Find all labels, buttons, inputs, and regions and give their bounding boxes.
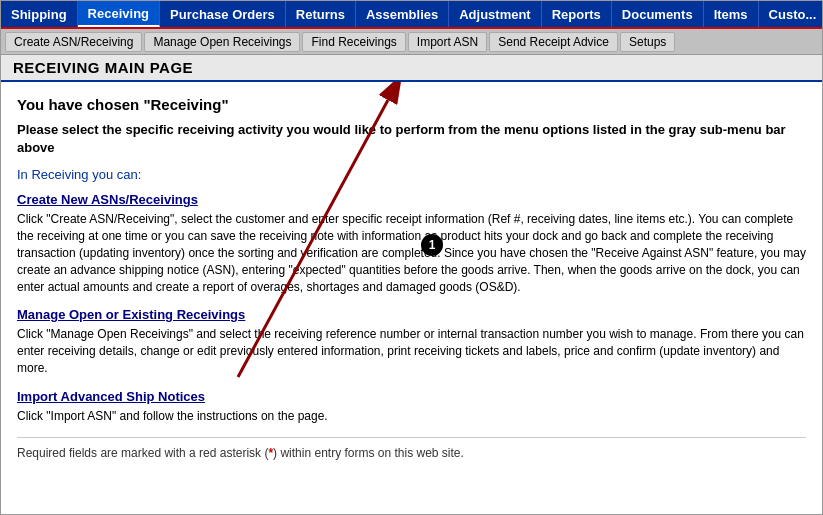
asterisk-symbol: * — [268, 446, 273, 460]
subnav-create-asn[interactable]: Create ASN/Receiving — [5, 32, 142, 52]
link-import-asn[interactable]: Import Advanced Ship Notices — [17, 389, 806, 404]
section-import-asn-text: Click "Import ASN" and follow the instru… — [17, 408, 806, 425]
section-create-asn: Create New ASNs/Receivings Click "Create… — [17, 192, 806, 295]
sub-nav: Create ASN/Receiving Manage Open Receivi… — [1, 29, 822, 55]
nav-documents[interactable]: Documents — [612, 1, 704, 27]
subnav-send-receipt[interactable]: Send Receipt Advice — [489, 32, 618, 52]
nav-adjustment[interactable]: Adjustment — [449, 1, 542, 27]
section-import-asn: Import Advanced Ship Notices Click "Impo… — [17, 389, 806, 425]
subnav-import-asn[interactable]: Import ASN — [408, 32, 487, 52]
nav-shipping[interactable]: Shipping — [1, 1, 78, 27]
page-title-bar: Receiving Main Page — [1, 55, 822, 82]
nav-assemblies[interactable]: Assemblies — [356, 1, 449, 27]
main-heading: You have chosen "Receiving" — [17, 96, 806, 113]
section-create-asn-text: Click "Create ASN/Receiving", select the… — [17, 211, 806, 295]
step-badge-1: 1 — [421, 234, 443, 256]
nav-receiving[interactable]: Receiving — [78, 1, 160, 27]
nav-purchase-orders[interactable]: Purchase Orders — [160, 1, 286, 27]
required-note: Required fields are marked with a red as… — [17, 437, 806, 460]
section-manage-open-text: Click "Manage Open Receivings" and selec… — [17, 326, 806, 376]
link-create-asn[interactable]: Create New ASNs/Receivings — [17, 192, 806, 207]
subnav-manage-open[interactable]: Manage Open Receivings — [144, 32, 300, 52]
section-manage-open: Manage Open or Existing Receivings Click… — [17, 307, 806, 376]
main-content: You have chosen "Receiving" Please selec… — [1, 82, 822, 513]
nav-reports[interactable]: Reports — [542, 1, 612, 27]
subnav-setups[interactable]: Setups — [620, 32, 675, 52]
page-title: Receiving Main Page — [13, 59, 810, 76]
nav-returns[interactable]: Returns — [286, 1, 356, 27]
subnav-find-receivings[interactable]: Find Receivings — [302, 32, 405, 52]
link-manage-open[interactable]: Manage Open or Existing Receivings — [17, 307, 806, 322]
nav-custom[interactable]: Custo... — [759, 1, 823, 27]
main-subtitle: Please select the specific receiving act… — [17, 121, 806, 157]
in-receiving-label: In Receiving you can: — [17, 167, 806, 182]
nav-items[interactable]: Items — [704, 1, 759, 27]
top-nav: Shipping Receiving Purchase Orders Retur… — [1, 1, 822, 29]
